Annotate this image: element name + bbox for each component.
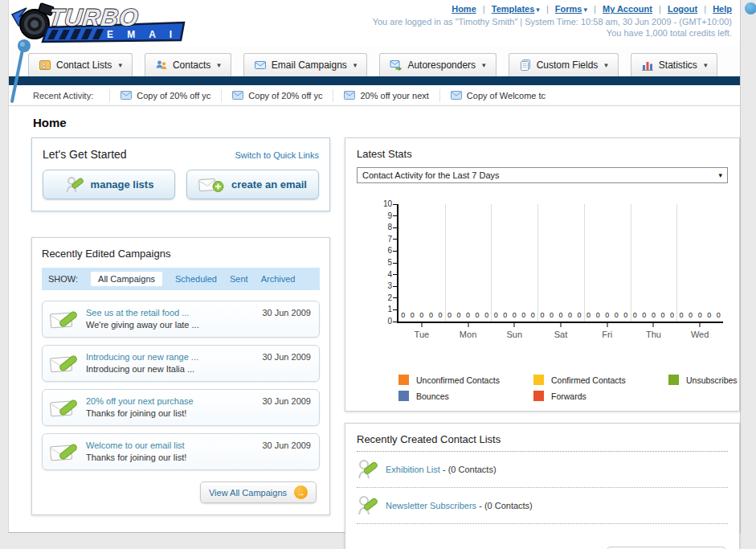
contact-lists-panel-title: Recently Created Contact Lists — [357, 433, 728, 452]
data-value-label: 0 — [652, 311, 656, 319]
recent-activity-text: Copy of 20% off yc — [137, 91, 210, 100]
envelope-plus-icon — [198, 176, 224, 194]
campaign-date: 30 Jun 2009 — [262, 308, 311, 318]
campaign-title-link[interactable]: Welcome to our email list — [86, 440, 186, 452]
tab-autoresponders[interactable]: Autoresponders ▾ — [379, 53, 496, 76]
y-axis-tick-label: 8 — [374, 223, 392, 231]
x-axis-tick-label: Tue — [415, 330, 430, 339]
contacts-icon — [155, 59, 168, 72]
data-value-label: 0 — [596, 311, 600, 319]
header: E M A I L TURBO Home | Templates▾ | Form… — [9, 0, 740, 46]
tab-contact-lists[interactable]: Contact Lists ▾ — [28, 53, 133, 76]
tab-contacts[interactable]: Contacts ▾ — [145, 53, 231, 76]
x-axis-tick-label: Thu — [646, 330, 661, 339]
campaign-row[interactable]: Introducing our new range ... Introducin… — [42, 345, 320, 382]
x-axis-tick-label: Mon — [460, 330, 476, 339]
chevron-down-icon: ▾ — [118, 61, 122, 69]
header-link-templates[interactable]: Templates — [492, 4, 535, 14]
legend-label: Unconfirmed Contacts — [416, 375, 500, 385]
y-axis-tick-label: 2 — [374, 293, 392, 302]
filter-all-campaigns[interactable]: All Campaigns — [91, 272, 162, 286]
contact-list-count: - (0 Contacts) — [479, 501, 533, 510]
autoresponders-icon — [390, 59, 403, 72]
campaign-title-link[interactable]: See us at the retail food ... — [86, 307, 199, 319]
recent-activity-item[interactable]: Copy of 20% off yc — [221, 89, 333, 102]
data-value-label: 0 — [642, 311, 646, 319]
get-started-title: Let's Get Started — [43, 148, 127, 161]
campaign-row[interactable]: 20% off your next purchase Thanks for jo… — [42, 389, 320, 426]
tab-label: Email Campaigns — [272, 59, 347, 71]
y-axis-tick-label: 7 — [374, 235, 392, 244]
latest-stats-title: Latest Stats — [357, 148, 728, 160]
x-axis-tick-mark — [700, 323, 701, 327]
switch-quick-links-link[interactable]: Switch to Quick Links — [235, 150, 319, 160]
legend-label: Bounces — [416, 391, 449, 401]
chart-gridline — [631, 204, 631, 322]
navy-divider-bar — [9, 76, 740, 85]
header-link-help[interactable]: Help — [713, 4, 732, 14]
y-axis-tick-mark — [393, 322, 397, 322]
envelope-icon — [344, 91, 355, 100]
create-email-button[interactable]: create an email — [186, 170, 319, 199]
tab-custom-fields[interactable]: Custom Fields ▾ — [509, 53, 619, 76]
campaign-row[interactable]: Welcome to our email list Thanks for joi… — [42, 433, 320, 470]
contact-list-name-link[interactable]: Newsletter Subscribers — [386, 501, 476, 510]
campaign-title-link[interactable]: 20% off your next purchase — [86, 395, 194, 408]
svg-text:TURBO: TURBO — [47, 4, 140, 31]
view-all-campaigns-label: View All Campaigns — [209, 488, 287, 498]
y-axis-tick-mark — [393, 274, 397, 275]
header-link-my-account[interactable]: My Account — [603, 4, 652, 14]
custom-fields-icon — [519, 59, 532, 72]
x-axis-tick-label: Sat — [554, 330, 568, 339]
legend-item: Bounces — [398, 391, 533, 401]
filter-archived[interactable]: Archived — [261, 274, 296, 284]
data-value-label: 0 — [521, 311, 525, 319]
chevron-down-icon: ▾ — [536, 6, 540, 14]
manage-lists-button[interactable]: manage lists — [43, 170, 175, 199]
tab-statistics[interactable]: Statistics ▾ — [631, 53, 718, 76]
x-axis-tick-mark — [607, 323, 607, 327]
campaign-title-link[interactable]: Introducing our new range ... — [86, 351, 198, 363]
header-links: Home | Templates▾ | Forms▾ | My Account … — [373, 4, 732, 14]
data-value-label: 0 — [476, 311, 480, 319]
data-value-label: 0 — [605, 311, 609, 319]
contact-list-row[interactable]: Exhibition List - (0 Contacts) — [357, 452, 728, 488]
view-all-campaigns-button[interactable]: View All Campaigns → — [200, 481, 317, 503]
y-axis-tick-label: 4 — [374, 270, 392, 279]
y-axis-tick-label: 10 — [374, 199, 392, 208]
get-started-panel: Let's Get Started Switch to Quick Links — [31, 137, 330, 211]
x-axis-tick-mark — [561, 323, 562, 327]
chevron-down-icon: ▾ — [482, 61, 486, 69]
recent-activity-item[interactable]: Copy of Welcome tc — [439, 89, 556, 102]
header-link-home[interactable]: Home — [452, 4, 476, 14]
legend-swatch — [668, 375, 679, 385]
x-axis-tick-label: Fri — [602, 330, 612, 339]
data-value-label: 0 — [717, 311, 721, 319]
page-container: E M A I L TURBO Home | Templates▾ | Form… — [8, 0, 741, 533]
campaign-row[interactable]: See us at the retail food ... We're givi… — [42, 301, 320, 338]
header-link-logout[interactable]: Logout — [668, 4, 697, 14]
link-separator: | — [659, 4, 661, 14]
stats-report-select[interactable]: Contact Activity for the Last 7 Days ▾ — [357, 167, 728, 183]
filter-scheduled[interactable]: Scheduled — [175, 274, 217, 284]
data-value-label: 0 — [503, 311, 507, 319]
tab-label: Autoresponders — [407, 59, 476, 71]
y-axis-tick-mark — [393, 286, 397, 287]
recent-activity-item[interactable]: 20% off your next — [333, 89, 439, 102]
x-axis-tick-mark — [514, 323, 515, 327]
campaign-list: See us at the retail food ... We're givi… — [42, 301, 320, 470]
legend-item: Confirmed Contacts — [533, 375, 668, 385]
filter-sent[interactable]: Sent — [230, 274, 248, 284]
y-axis-tick-label: 9 — [374, 211, 392, 220]
header-link-forms[interactable]: Forms — [555, 4, 582, 14]
data-value-label: 0 — [689, 311, 693, 319]
envelope-icon — [232, 91, 243, 100]
recent-activity-item[interactable]: Copy of 20% off yc — [109, 89, 221, 102]
tab-email-campaigns[interactable]: Email Campaigns ▾ — [243, 53, 368, 76]
contact-list-row[interactable]: Newsletter Subscribers - (0 Contacts) — [357, 488, 728, 524]
contact-list-name-link[interactable]: Exhibition List — [386, 465, 440, 474]
envelope-icon — [451, 91, 462, 100]
data-value-label: 0 — [586, 311, 590, 319]
campaign-date: 30 Jun 2009 — [262, 396, 311, 406]
y-axis-tick-mark — [393, 227, 397, 228]
